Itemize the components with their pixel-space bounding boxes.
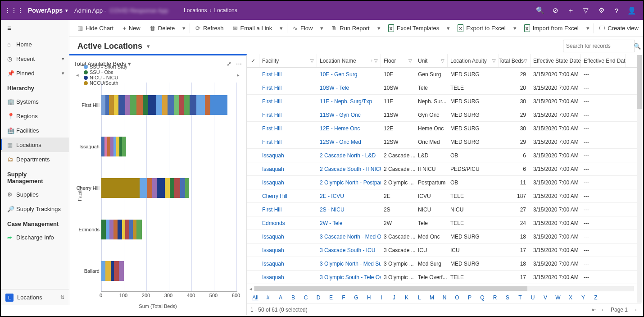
table-row[interactable]: Issaquah2 Cascade South - II NICU2 Casca… xyxy=(247,162,641,176)
facility-link[interactable]: First Hill xyxy=(259,135,317,148)
location-link[interactable]: 3 Olympic South - Tele Overflow xyxy=(317,271,381,284)
import-split[interactable]: ▾ xyxy=(583,20,593,37)
chart-more-icon[interactable]: ⋯ xyxy=(236,60,242,67)
table-row[interactable]: Issaquah3 Cascade North - Med Onc3 Casca… xyxy=(247,230,641,243)
table-row[interactable]: First Hill2S - NICU2SNICUNICU273/15/2020… xyxy=(247,203,641,216)
nav-supplies[interactable]: ⚙Supplies xyxy=(1,187,69,202)
alpha-letter[interactable]: O xyxy=(451,294,463,301)
chevron-down-icon[interactable]: ▾ xyxy=(147,43,150,50)
waffle-icon[interactable]: ⋮⋮⋮ xyxy=(5,7,23,14)
table-row[interactable]: First Hill11SW - Gyn Onc11SWGyn OncMED S… xyxy=(247,108,641,122)
facility-link[interactable]: Issaquah xyxy=(259,230,317,243)
alpha-letter[interactable]: H xyxy=(363,294,375,301)
chart-bar-row[interactable]: Cherry Hill xyxy=(101,175,237,202)
filter-icon[interactable]: ▽ xyxy=(492,58,496,63)
facility-link[interactable]: First Hill xyxy=(259,122,317,135)
alpha-letter[interactable]: P xyxy=(464,294,476,301)
export-split[interactable]: ▾ xyxy=(510,20,520,37)
email-link-button[interactable]: ✉Email a Link xyxy=(228,20,277,37)
col-unit[interactable]: Unit▽ xyxy=(415,54,448,67)
excel-templates-button[interactable]: xExcel Templates xyxy=(384,20,444,37)
alpha-letter[interactable]: C xyxy=(300,294,312,301)
filter-icon[interactable]: ▽ xyxy=(578,6,594,14)
col-total-beds[interactable]: Total Beds▽ xyxy=(499,54,531,67)
location-link[interactable]: 12SW - Onc Med xyxy=(317,135,381,148)
table-row[interactable]: Issaquah2 Cascade North - L&D2 Cascade .… xyxy=(247,149,641,162)
alpha-letter[interactable]: K xyxy=(401,294,413,301)
view-title[interactable]: Active Locations xyxy=(77,41,142,51)
legend-next-icon[interactable]: ▸ xyxy=(235,72,242,78)
table-row[interactable]: Issaquah3 Olympic North - Med Surg3 Olym… xyxy=(247,257,641,271)
filter-icon[interactable]: ▽ xyxy=(441,58,444,63)
table-row[interactable]: Issaquah3 Olympic South - Tele Overflow3… xyxy=(247,271,641,284)
facility-link[interactable]: Edmonds xyxy=(259,216,317,230)
expand-chart-icon[interactable]: ⤢ xyxy=(227,60,231,67)
alpha-letter[interactable]: U xyxy=(527,294,539,301)
nav-home[interactable]: ⌂Home xyxy=(1,37,69,51)
facility-link[interactable]: Issaquah xyxy=(259,162,317,175)
alpha-letter[interactable]: S xyxy=(502,294,513,301)
facility-link[interactable]: Issaquah xyxy=(259,149,317,162)
table-row[interactable]: First Hill10E - Gen Surg10EGen SurgMED S… xyxy=(247,68,641,81)
export-excel-button[interactable]: xExport to Excel xyxy=(453,20,510,37)
alpha-letter[interactable]: I xyxy=(376,294,387,301)
alpha-letter[interactable]: Y xyxy=(577,294,589,301)
user-icon[interactable]: 👤 xyxy=(624,6,639,15)
alpha-letter[interactable]: V xyxy=(540,294,551,301)
alpha-letter[interactable]: Q xyxy=(476,294,488,301)
vertical-scrollbar[interactable] xyxy=(637,55,642,303)
location-link[interactable]: 11SW - Gyn Onc xyxy=(317,108,381,121)
location-link[interactable]: 3 Cascade South - ICU xyxy=(317,243,381,257)
chart-bar-row[interactable]: Ballard xyxy=(101,257,237,285)
import-excel-button[interactable]: xImport from Excel xyxy=(520,20,583,37)
run-report-button[interactable]: 🗎Run Report xyxy=(327,20,374,37)
col-eff-end[interactable]: Effective End Date▽ xyxy=(581,54,626,67)
scroll-left-icon[interactable]: ◂ xyxy=(247,286,254,291)
nav-pinned[interactable]: 📌Pinned▾ xyxy=(1,66,69,80)
breadcrumb-entity[interactable]: Locations xyxy=(214,7,237,14)
table-row[interactable]: Cherry Hill2E - ICVU2EICVUTELE1873/15/20… xyxy=(247,189,641,203)
help-icon[interactable]: ? xyxy=(609,7,624,14)
table-row[interactable]: First Hill11E - Neph. Surg/Txp11ENeph. S… xyxy=(247,95,641,108)
facility-link[interactable]: First Hill xyxy=(259,203,317,216)
facility-link[interactable]: Issaquah xyxy=(259,243,317,257)
col-floor[interactable]: Floor▽ xyxy=(381,54,415,67)
flow-button[interactable]: ∿Flow xyxy=(288,20,317,37)
delete-split[interactable]: ▾ xyxy=(179,20,189,37)
breadcrumb-area[interactable]: Locations xyxy=(184,7,207,14)
nav-systems[interactable]: 🏢Systems xyxy=(1,94,69,109)
location-link[interactable]: 2 Cascade North - L&D xyxy=(317,149,381,162)
nav-regions[interactable]: 📍Regions xyxy=(1,109,69,123)
nav-recent[interactable]: ◷Recent▾ xyxy=(1,51,69,66)
facility-link[interactable]: Issaquah xyxy=(259,257,317,270)
alpha-letter[interactable]: M xyxy=(426,294,438,301)
horizontal-scrollbar[interactable]: ◂ ▸ xyxy=(247,285,641,292)
table-row[interactable]: Edmonds2W - Tele2WTeleTELE243/15/2020 7:… xyxy=(247,216,641,230)
refresh-button[interactable]: ⟳Refresh xyxy=(191,20,228,37)
search-icon[interactable]: 🔍 xyxy=(634,43,641,50)
facility-link[interactable]: First Hill xyxy=(259,95,317,108)
prev-page-icon[interactable]: ← xyxy=(601,307,606,313)
col-eff-start[interactable]: Effective State Date▽ xyxy=(531,54,581,67)
table-row[interactable]: First Hill10SW - Tele10SWTeleTELE203/15/… xyxy=(247,81,641,95)
nav-facilities[interactable]: 🏥Facilities xyxy=(1,123,69,138)
filter-icon[interactable]: ▽ xyxy=(310,58,314,63)
alpha-letter[interactable]: J xyxy=(388,294,400,301)
facility-link[interactable]: Cherry Hill xyxy=(259,189,317,202)
alpha-letter[interactable]: N xyxy=(439,294,450,301)
search-icon[interactable]: 🔍 xyxy=(532,6,548,14)
nav-supply-trackings[interactable]: 🔎Supply Trackings xyxy=(1,202,69,216)
location-link[interactable]: 2E - ICVU xyxy=(317,189,381,202)
sort-icon[interactable]: ↑ xyxy=(371,58,373,63)
alpha-letter[interactable]: # xyxy=(262,294,274,301)
location-link[interactable]: 3 Cascade North - Med Onc xyxy=(317,230,381,243)
legend-item[interactable]: NICU - NICU xyxy=(84,75,127,80)
location-link[interactable]: 12E - Heme Onc xyxy=(317,122,381,135)
chevron-down-icon[interactable]: ▾ xyxy=(65,8,68,14)
facility-link[interactable]: Issaquah xyxy=(259,176,317,189)
col-acuity[interactable]: Location Acuity▽ xyxy=(448,54,499,67)
hide-chart-button[interactable]: ▥Hide Chart xyxy=(73,20,118,37)
location-link[interactable]: 2 Cascade South - II NICU xyxy=(317,162,381,175)
first-page-icon[interactable]: ⇤ xyxy=(592,307,596,313)
alpha-letter[interactable]: F xyxy=(338,294,349,301)
